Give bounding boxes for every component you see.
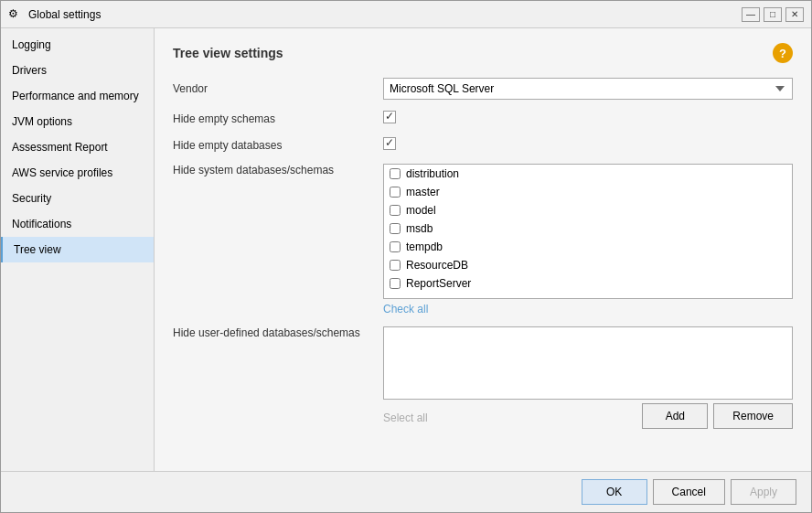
hide-empty-schemas-checkbox[interactable] xyxy=(383,111,396,123)
hide-user-label: Hide user-defined databases/schemas xyxy=(173,326,383,339)
sidebar-item-jvm[interactable]: JVM options xyxy=(1,109,154,134)
system-item-checkbox[interactable] xyxy=(390,187,401,198)
system-item-checkbox[interactable] xyxy=(390,168,401,179)
list-item: distribution xyxy=(384,165,792,183)
system-item-checkbox[interactable] xyxy=(390,205,401,216)
list-item: master xyxy=(384,183,792,201)
vendor-control: Microsoft SQL ServerMySQLPostgreSQLOracl… xyxy=(383,78,793,100)
sidebar-item-aws[interactable]: AWS service profiles xyxy=(1,160,154,186)
sidebar: LoggingDriversPerformance and memoryJVM … xyxy=(1,28,155,471)
system-item-label: distribution xyxy=(406,167,459,180)
hide-empty-databases-checkbox[interactable] xyxy=(383,137,396,150)
title-bar-left: ⚙ Global settings xyxy=(8,7,101,22)
select-all-link[interactable]: Select all xyxy=(383,411,428,424)
section-title-text: Tree view settings xyxy=(173,46,283,60)
sidebar-item-treeview[interactable]: Tree view xyxy=(1,237,154,262)
hide-system-control: distributionmastermodelmsdbtempdbResourc… xyxy=(383,164,793,315)
sidebar-item-security[interactable]: Security xyxy=(1,186,154,211)
system-item-label: master xyxy=(406,186,440,198)
check-all-link[interactable]: Check all xyxy=(383,303,428,315)
hide-user-control: Select all Add Remove xyxy=(383,326,793,429)
apply-button[interactable]: Apply xyxy=(731,479,796,505)
hide-empty-databases-row: Hide empty databases xyxy=(173,137,793,153)
window-title: Global settings xyxy=(28,8,101,21)
vendor-row: Vendor Microsoft SQL ServerMySQLPostgreS… xyxy=(173,78,793,100)
sidebar-item-assessment[interactable]: Assessment Report xyxy=(1,134,154,160)
ok-button[interactable]: OK xyxy=(582,479,647,505)
list-item: tempdb xyxy=(384,238,792,256)
system-item-checkbox[interactable] xyxy=(390,223,401,234)
sidebar-item-drivers[interactable]: Drivers xyxy=(1,58,154,83)
footer-bar: OK Cancel Apply xyxy=(1,471,811,512)
main-panel: Tree view settings ? Vendor Microsoft SQ… xyxy=(155,28,811,471)
hide-empty-databases-control xyxy=(383,137,793,153)
system-item-label: msdb xyxy=(406,222,433,235)
list-item: ReportServer xyxy=(384,274,792,293)
vendor-dropdown[interactable]: Microsoft SQL ServerMySQLPostgreSQLOracl… xyxy=(383,78,793,100)
list-item: model xyxy=(384,201,792,219)
system-item-label: model xyxy=(406,204,436,217)
sidebar-item-performance[interactable]: Performance and memory xyxy=(1,83,154,109)
app-icon: ⚙ xyxy=(8,7,23,22)
user-databases-list[interactable] xyxy=(383,326,793,400)
close-button[interactable]: ✕ xyxy=(785,7,804,22)
maximize-button[interactable]: □ xyxy=(764,7,782,22)
hide-empty-schemas-row: Hide empty schemas xyxy=(173,111,793,126)
remove-button[interactable]: Remove xyxy=(713,403,793,429)
help-icon-button[interactable]: ? xyxy=(773,43,793,63)
system-item-checkbox[interactable] xyxy=(390,278,401,289)
add-button[interactable]: Add xyxy=(642,403,708,429)
system-item-checkbox[interactable] xyxy=(390,260,401,271)
system-item-label: ReportServer xyxy=(406,277,471,290)
title-bar: ⚙ Global settings — □ ✕ xyxy=(1,1,811,28)
system-databases-list[interactable]: distributionmastermodelmsdbtempdbResourc… xyxy=(383,164,793,299)
hide-user-row: Hide user-defined databases/schemas Sele… xyxy=(173,326,793,429)
system-item-label: tempdb xyxy=(406,240,443,253)
hide-empty-schemas-label: Hide empty schemas xyxy=(173,112,383,125)
system-item-checkbox[interactable] xyxy=(390,241,401,252)
sidebar-item-notifications[interactable]: Notifications xyxy=(1,211,154,237)
hide-system-row: Hide system databases/schemas distributi… xyxy=(173,164,793,315)
system-item-label: ResourceDB xyxy=(406,259,468,272)
list-item: msdb xyxy=(384,219,792,238)
content-area: LoggingDriversPerformance and memoryJVM … xyxy=(1,28,811,471)
list-item: ResourceDB xyxy=(384,256,792,274)
vendor-label: Vendor xyxy=(173,82,383,95)
hide-empty-databases-label: Hide empty databases xyxy=(173,139,383,152)
hide-system-label: Hide system databases/schemas xyxy=(173,164,383,176)
section-title-row: Tree view settings ? xyxy=(173,43,793,63)
sidebar-item-logging[interactable]: Logging xyxy=(1,32,154,58)
hide-empty-schemas-control xyxy=(383,111,793,126)
cancel-button[interactable]: Cancel xyxy=(653,479,725,505)
global-settings-window: ⚙ Global settings — □ ✕ LoggingDriversPe… xyxy=(0,0,812,513)
minimize-button[interactable]: — xyxy=(742,7,760,22)
title-bar-controls: — □ ✕ xyxy=(742,7,804,22)
